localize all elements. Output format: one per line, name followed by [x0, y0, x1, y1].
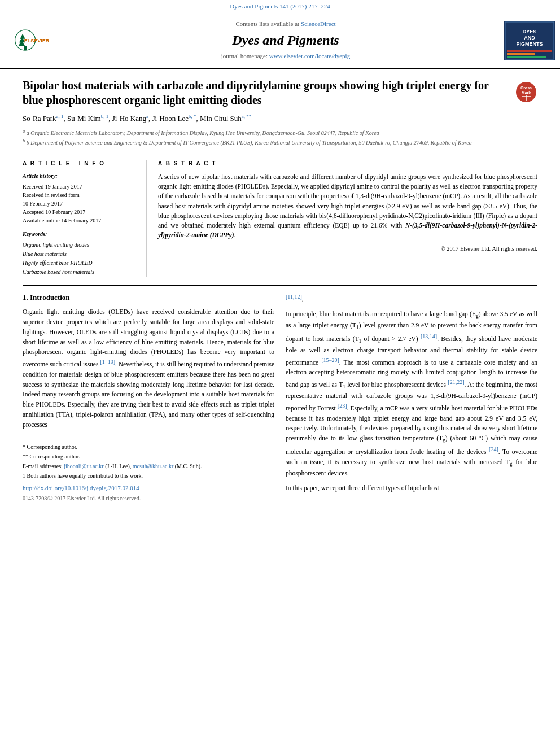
article-info-panel: A R T I C L E I N F O Article history: R…: [23, 160, 147, 277]
intro-paragraph-2: In principle, blue host materials are re…: [286, 309, 537, 479]
keyword-3: Highly efficient blue PHOLED: [23, 259, 138, 268]
abstract-panel: A B S T R A C T A series of new bipolar …: [158, 160, 537, 277]
svg-text:Cross: Cross: [520, 86, 532, 90]
article-main-text: 1. Introduction Organic light emitting d…: [23, 285, 537, 503]
footnotes-section: * Corresponding author. ** Corresponding…: [23, 439, 274, 503]
svg-rect-13: [507, 53, 535, 55]
svg-text:AND: AND: [524, 35, 535, 41]
affil-a-sup: a: [23, 129, 25, 134]
svg-rect-14: [507, 56, 546, 58]
affiliations: a a Organic Electronic Materials Laborat…: [23, 128, 537, 147]
history-label: Article history:: [23, 172, 138, 180]
author-4-sup: b, *: [189, 113, 196, 119]
author-4: Ji-Hoon Lee: [152, 114, 189, 123]
keyword-1: Organic light emitting diodes: [23, 241, 138, 250]
footnote-star2: ** Corresponding author.: [23, 452, 274, 461]
author-1: So-Ra Park: [23, 114, 56, 123]
intro-paragraph-2-ref: [11,12].: [286, 292, 537, 305]
svg-rect-12: [507, 50, 552, 52]
paper-title: Bipolar host materials with carbazole an…: [23, 78, 515, 107]
email-1-link[interactable]: jihoonli@ut.ac.kr: [64, 463, 103, 469]
author-5-sup: a, **: [242, 113, 252, 119]
author-5: Min Chul Suh: [200, 114, 242, 123]
intro-paragraph-3: In this paper, we report three different…: [286, 483, 537, 493]
accepted-date: Accepted 10 February 2017: [23, 208, 138, 216]
elsevier-logo-section: ELSEVIER: [0, 17, 73, 63]
footnote-note1: 1 Both authors have equally contributed …: [23, 471, 274, 480]
footnote-star1: * Corresponding author.: [23, 443, 274, 451]
keyword-4: Carbazole based host materials: [23, 268, 138, 277]
ref-21-22[interactable]: [21,22]: [448, 379, 464, 385]
ref-15-20[interactable]: [15–20]: [321, 357, 339, 363]
ref-24[interactable]: [24]: [489, 446, 498, 452]
affil-a-text: a Organic Electronic Materials Laborator…: [27, 130, 379, 137]
homepage-url[interactable]: www.elsevier.com/locate/dyepig: [269, 53, 350, 59]
journal-title: Dyes and Pigments: [232, 31, 339, 50]
received-revised-date: 10 February 2017: [23, 199, 138, 208]
author-2: Su-Mi Kim: [67, 114, 101, 123]
received-date: Received 19 January 2017: [23, 182, 138, 191]
svg-text:Mark: Mark: [522, 91, 531, 95]
dyes-pigments-logo: DYES AND PIGMENTS: [504, 21, 555, 60]
footnote-emails: E-mail addresses: jihoonli@ut.ac.kr (J.-…: [23, 462, 274, 470]
journal-center-info: Contents lists available at ScienceDirec…: [73, 17, 498, 63]
copyright-text: © 2017 Elsevier Ltd. All rights reserved…: [158, 245, 537, 254]
journal-homepage: journal homepage: www.elsevier.com/locat…: [221, 52, 350, 60]
journal-header: ELSEVIER Contents lists available at Sci…: [0, 12, 560, 69]
authors-line: So-Ra Parka, 1, Su-Mi Kimb, 1, Ji-Ho Kan…: [23, 113, 537, 124]
svg-text:PIGMENTS: PIGMENTS: [516, 41, 542, 47]
ref-13-14[interactable]: [13,14]: [421, 333, 437, 339]
svg-text:DYES: DYES: [522, 29, 536, 34]
affil-b-text: b Department of Polymer Science and Engi…: [27, 139, 472, 146]
journal-ref-text: Dyes and Pigments 141 (2017) 217–224: [230, 3, 330, 10]
abstract-label: A B S T R A C T: [158, 160, 537, 168]
abstract-text: A series of new bipolar host materials w…: [158, 172, 537, 241]
left-column: 1. Introduction Organic light emitting d…: [23, 292, 274, 503]
article-info-label: A R T I C L E I N F O: [23, 160, 138, 168]
contents-available-text: Contents lists available at ScienceDirec…: [235, 20, 335, 28]
paper-title-section: Bipolar host materials with carbazole an…: [23, 78, 537, 107]
author-3-sup: a: [146, 113, 148, 119]
svg-rect-4: [24, 46, 27, 50]
journal-reference-bar: Dyes and Pigments 141 (2017) 217–224: [0, 0, 560, 12]
svg-text:ELSEVIER: ELSEVIER: [24, 38, 49, 43]
ref-23[interactable]: [23]: [338, 403, 347, 409]
received-revised-label: Received in revised form: [23, 191, 138, 199]
sciencedirect-link[interactable]: ScienceDirect: [301, 20, 336, 27]
keywords-label: Keywords:: [23, 230, 138, 238]
elsevier-logo: ELSEVIER: [8, 28, 65, 53]
email-2-link[interactable]: mcsuh@khu.ac.kr: [133, 463, 174, 469]
crossmark-logo[interactable]: Cross Mark: [515, 81, 537, 103]
author-1-sup: a, 1: [56, 113, 64, 119]
right-column: [11,12]. In principle, blue host materia…: [286, 292, 537, 503]
author-3: Ji-Ho Kang: [112, 114, 146, 123]
main-content: Bipolar host materials with carbazole an…: [0, 69, 560, 511]
keyword-2: Blue host materials: [23, 250, 138, 259]
issn-line: 0143-7208/© 2017 Elsevier Ltd. All right…: [23, 494, 274, 503]
author-2-sup: b, 1: [101, 113, 109, 119]
article-info-abstract-section: A R T I C L E I N F O Article history: R…: [23, 154, 537, 277]
ref-1-10[interactable]: [1–10]: [100, 359, 115, 365]
compound-name: N-(3,5-di(9H-carbazol-9-yl)phenyl)-N-(py…: [158, 222, 537, 238]
ref-11-12[interactable]: [11,12]: [286, 294, 302, 300]
intro-paragraph-1: Organic light emitting diodes (OLEDs) ha…: [23, 307, 274, 430]
affil-b-sup: b: [23, 138, 25, 143]
doi-link[interactable]: http://dx.doi.org/10.1016/j.dyepig.2017.…: [23, 483, 274, 493]
journal-logo-box: DYES AND PIGMENTS: [498, 17, 560, 63]
available-date: Available online 14 February 2017: [23, 216, 138, 225]
intro-section-title: 1. Introduction: [23, 292, 274, 303]
